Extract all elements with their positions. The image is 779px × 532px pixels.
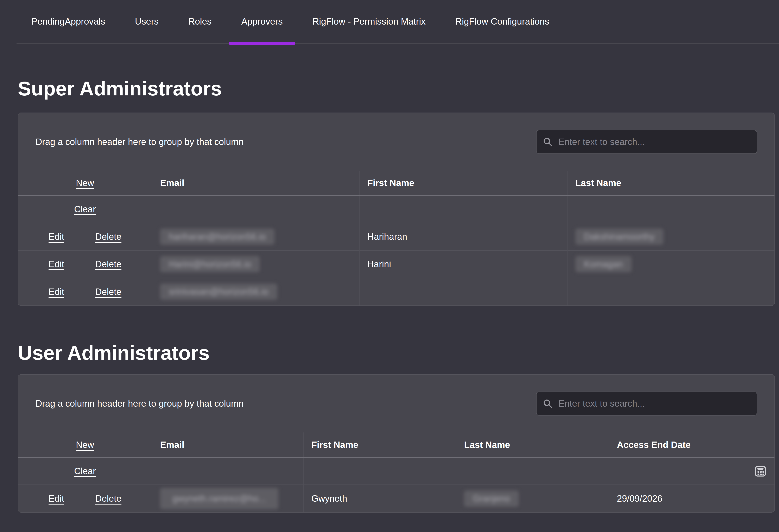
redacted-last-name: Dakshinamoorthy xyxy=(576,229,663,245)
first-name-cell xyxy=(359,278,567,305)
calendar-icon xyxy=(755,465,766,477)
filter-cell-email[interactable] xyxy=(152,195,359,223)
new-link[interactable]: New xyxy=(76,440,94,450)
date-picker-button[interactable] xyxy=(755,465,766,477)
group-by-hint-label: Drag a column header here to group by th… xyxy=(36,398,244,409)
delete-link[interactable]: Delete xyxy=(95,493,121,504)
search-input[interactable] xyxy=(558,398,751,409)
last-name-cell xyxy=(567,278,774,305)
new-link[interactable]: New xyxy=(76,178,94,188)
redacted-email: gwyneth.ramirez@ho... xyxy=(160,488,279,509)
super-administrators-grid: Drag a column header here to group by th… xyxy=(18,113,775,306)
redacted-email: Harini@horizon56.io xyxy=(160,256,260,273)
user-administrators-title: User Administrators xyxy=(18,342,775,364)
column-header-email[interactable]: Email xyxy=(152,432,303,457)
search-icon xyxy=(543,137,553,147)
first-name-cell: Gwyneth xyxy=(303,485,456,512)
tab-bar: PendingApprovals Users Roles Approvers R… xyxy=(16,0,779,44)
group-by-hint-label: Drag a column header here to group by th… xyxy=(36,137,244,147)
edit-link[interactable]: Edit xyxy=(49,493,64,504)
column-header-first-name[interactable]: First Name xyxy=(303,432,456,457)
table-row: Edit Delete gwyneth.ramirez@ho... Gwynet… xyxy=(18,485,774,512)
delete-link[interactable]: Delete xyxy=(95,287,121,297)
search-icon xyxy=(543,399,553,409)
group-by-drop-zone[interactable]: Drag a column header here to group by th… xyxy=(18,113,774,171)
tab-roles[interactable]: Roles xyxy=(174,0,227,43)
search-box[interactable] xyxy=(536,392,757,416)
main-content: Super Administrators Drag a column heade… xyxy=(0,78,779,513)
clear-link[interactable]: Clear xyxy=(74,466,96,476)
first-name-cell: Hariharan xyxy=(359,223,567,250)
edit-link[interactable]: Edit xyxy=(49,287,64,297)
filter-cell-last-name[interactable] xyxy=(567,195,774,223)
column-header-last-name[interactable]: Last Name xyxy=(456,432,609,457)
table-row: Edit Delete Harini@horizon56.io Harini K… xyxy=(18,250,774,278)
clear-link[interactable]: Clear xyxy=(74,204,96,214)
filter-row: Clear xyxy=(18,457,774,485)
super-administrators-table: New Email First Name Last Name Clear Edi… xyxy=(18,171,774,305)
table-row: Edit Delete hariharan@horizon56.io Harih… xyxy=(18,223,774,250)
redacted-email: srinivasan@horizon56.io xyxy=(160,284,277,300)
super-administrators-title: Super Administrators xyxy=(18,78,775,100)
edit-link[interactable]: Edit xyxy=(49,232,64,242)
filter-cell-first-name[interactable] xyxy=(359,195,567,223)
group-by-drop-zone[interactable]: Drag a column header here to group by th… xyxy=(18,375,774,432)
column-header-email[interactable]: Email xyxy=(152,171,359,195)
header-row: New Email First Name Last Name xyxy=(18,171,774,195)
redacted-last-name: Granjeno xyxy=(464,490,519,507)
filter-cell-email[interactable] xyxy=(152,457,303,485)
column-header-last-name[interactable]: Last Name xyxy=(567,171,774,195)
filter-row: Clear xyxy=(18,195,774,223)
user-administrators-table: New Email First Name Last Name Access En… xyxy=(18,432,774,512)
user-administrators-grid: Drag a column header here to group by th… xyxy=(18,374,775,513)
redacted-last-name: Komagan xyxy=(576,256,632,273)
edit-link[interactable]: Edit xyxy=(49,259,64,269)
search-box[interactable] xyxy=(536,130,757,154)
search-input[interactable] xyxy=(558,136,751,147)
header-row: New Email First Name Last Name Access En… xyxy=(18,432,774,457)
tab-rigflow-permission-matrix[interactable]: RigFlow - Permission Matrix xyxy=(298,0,440,43)
delete-link[interactable]: Delete xyxy=(95,232,121,242)
redacted-email: hariharan@horizon56.io xyxy=(160,229,275,245)
first-name-cell: Harini xyxy=(359,250,567,278)
tab-approvers[interactable]: Approvers xyxy=(227,0,298,43)
column-header-access-end-date[interactable]: Access End Date xyxy=(609,432,774,457)
column-header-first-name[interactable]: First Name xyxy=(359,171,567,195)
tab-pendingapprovals[interactable]: PendingApprovals xyxy=(16,0,120,43)
filter-cell-first-name[interactable] xyxy=(303,457,456,485)
tab-users[interactable]: Users xyxy=(120,0,174,43)
access-end-date-cell: 29/09/2026 xyxy=(609,485,774,512)
filter-cell-last-name[interactable] xyxy=(456,457,609,485)
tab-rigflow-configurations[interactable]: RigFlow Configurations xyxy=(440,0,564,43)
table-row: Edit Delete srinivasan@horizon56.io xyxy=(18,278,774,305)
delete-link[interactable]: Delete xyxy=(95,259,121,269)
